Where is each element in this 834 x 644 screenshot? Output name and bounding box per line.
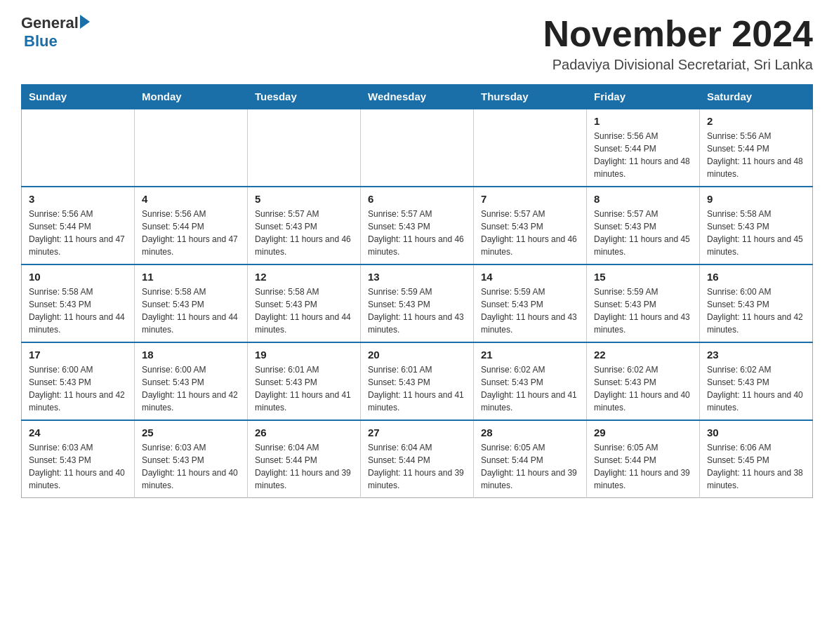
day-number: 17 [29,349,127,361]
day-info: Sunrise: 6:01 AM Sunset: 5:43 PM Dayligh… [255,363,353,414]
calendar-cell: 29Sunrise: 6:05 AM Sunset: 5:44 PM Dayli… [587,420,700,498]
day-number: 3 [29,193,127,205]
calendar-cell: 10Sunrise: 5:58 AM Sunset: 5:43 PM Dayli… [22,264,135,342]
calendar-header-monday: Monday [135,85,248,109]
day-number: 28 [481,427,579,438]
calendar-cell: 30Sunrise: 6:06 AM Sunset: 5:45 PM Dayli… [700,420,813,498]
day-info: Sunrise: 6:02 AM Sunset: 5:43 PM Dayligh… [594,363,692,414]
day-info: Sunrise: 6:02 AM Sunset: 5:43 PM Dayligh… [707,363,805,414]
calendar-header-wednesday: Wednesday [361,85,474,109]
calendar-cell: 9Sunrise: 5:58 AM Sunset: 5:43 PM Daylig… [700,187,813,264]
day-number: 6 [368,193,466,205]
day-number: 22 [594,349,692,361]
day-number: 25 [142,427,240,438]
day-info: Sunrise: 5:58 AM Sunset: 5:43 PM Dayligh… [29,286,127,336]
day-number: 19 [255,349,353,361]
calendar-header-saturday: Saturday [700,85,813,109]
day-info: Sunrise: 5:56 AM Sunset: 5:44 PM Dayligh… [707,130,805,180]
calendar-cell [474,109,587,187]
day-number: 30 [707,427,805,438]
day-number: 8 [594,193,692,205]
day-info: Sunrise: 5:59 AM Sunset: 5:43 PM Dayligh… [594,286,692,336]
day-number: 5 [255,193,353,205]
day-number: 18 [142,349,240,361]
day-info: Sunrise: 6:00 AM Sunset: 5:43 PM Dayligh… [142,363,240,414]
calendar-cell: 1Sunrise: 5:56 AM Sunset: 5:44 PM Daylig… [587,109,700,187]
calendar-cell [248,109,361,187]
calendar-cell [22,109,135,187]
logo-general-text: General [21,14,79,32]
calendar-cell: 23Sunrise: 6:02 AM Sunset: 5:43 PM Dayli… [700,342,813,420]
calendar-week-row: 1Sunrise: 5:56 AM Sunset: 5:44 PM Daylig… [22,109,813,187]
calendar-cell: 8Sunrise: 5:57 AM Sunset: 5:43 PM Daylig… [587,187,700,264]
title-area: November 2024 Padaviya Divisional Secret… [543,14,813,73]
day-info: Sunrise: 5:59 AM Sunset: 5:43 PM Dayligh… [481,286,579,336]
calendar-cell: 26Sunrise: 6:04 AM Sunset: 5:44 PM Dayli… [248,420,361,498]
calendar-cell [135,109,248,187]
day-info: Sunrise: 6:05 AM Sunset: 5:44 PM Dayligh… [594,441,692,492]
logo: General Blue [21,14,90,51]
calendar-cell: 15Sunrise: 5:59 AM Sunset: 5:43 PM Dayli… [587,264,700,342]
day-info: Sunrise: 5:57 AM Sunset: 5:43 PM Dayligh… [255,208,353,258]
day-number: 7 [481,193,579,205]
calendar-cell: 5Sunrise: 5:57 AM Sunset: 5:43 PM Daylig… [248,187,361,264]
calendar-cell: 24Sunrise: 6:03 AM Sunset: 5:43 PM Dayli… [22,420,135,498]
day-info: Sunrise: 6:00 AM Sunset: 5:43 PM Dayligh… [29,363,127,414]
day-info: Sunrise: 6:00 AM Sunset: 5:43 PM Dayligh… [707,286,805,336]
calendar-week-row: 3Sunrise: 5:56 AM Sunset: 5:44 PM Daylig… [22,187,813,264]
day-number: 24 [29,427,127,438]
day-info: Sunrise: 5:56 AM Sunset: 5:44 PM Dayligh… [142,208,240,258]
calendar-header-friday: Friday [587,85,700,109]
day-info: Sunrise: 6:03 AM Sunset: 5:43 PM Dayligh… [29,441,127,492]
calendar-cell: 3Sunrise: 5:56 AM Sunset: 5:44 PM Daylig… [22,187,135,264]
calendar-cell: 17Sunrise: 6:00 AM Sunset: 5:43 PM Dayli… [22,342,135,420]
day-number: 21 [481,349,579,361]
calendar-cell: 20Sunrise: 6:01 AM Sunset: 5:43 PM Dayli… [361,342,474,420]
calendar-cell: 14Sunrise: 5:59 AM Sunset: 5:43 PM Dayli… [474,264,587,342]
day-info: Sunrise: 6:04 AM Sunset: 5:44 PM Dayligh… [255,441,353,492]
day-number: 10 [29,271,127,283]
calendar-cell: 7Sunrise: 5:57 AM Sunset: 5:43 PM Daylig… [474,187,587,264]
month-title: November 2024 [543,14,813,54]
day-number: 13 [368,271,466,283]
logo-blue-text: Blue [24,32,58,51]
calendar-header-row: SundayMondayTuesdayWednesdayThursdayFrid… [22,85,813,109]
day-number: 11 [142,271,240,283]
calendar-cell [361,109,474,187]
calendar-cell: 6Sunrise: 5:57 AM Sunset: 5:43 PM Daylig… [361,187,474,264]
day-info: Sunrise: 5:56 AM Sunset: 5:44 PM Dayligh… [29,208,127,258]
calendar-header-tuesday: Tuesday [248,85,361,109]
day-info: Sunrise: 5:57 AM Sunset: 5:43 PM Dayligh… [368,208,466,258]
calendar-cell: 27Sunrise: 6:04 AM Sunset: 5:44 PM Dayli… [361,420,474,498]
day-info: Sunrise: 6:01 AM Sunset: 5:43 PM Dayligh… [368,363,466,414]
calendar-cell: 11Sunrise: 5:58 AM Sunset: 5:43 PM Dayli… [135,264,248,342]
day-info: Sunrise: 6:02 AM Sunset: 5:43 PM Dayligh… [481,363,579,414]
day-info: Sunrise: 5:58 AM Sunset: 5:43 PM Dayligh… [142,286,240,336]
calendar-cell: 19Sunrise: 6:01 AM Sunset: 5:43 PM Dayli… [248,342,361,420]
day-number: 9 [707,193,805,205]
calendar-cell: 4Sunrise: 5:56 AM Sunset: 5:44 PM Daylig… [135,187,248,264]
calendar-cell: 22Sunrise: 6:02 AM Sunset: 5:43 PM Dayli… [587,342,700,420]
calendar-header-sunday: Sunday [22,85,135,109]
day-number: 26 [255,427,353,438]
calendar-cell: 25Sunrise: 6:03 AM Sunset: 5:43 PM Dayli… [135,420,248,498]
day-info: Sunrise: 5:57 AM Sunset: 5:43 PM Dayligh… [481,208,579,258]
day-number: 4 [142,193,240,205]
subtitle: Padaviya Divisional Secretariat, Sri Lan… [543,57,813,73]
logo-arrow-icon [80,15,90,29]
day-number: 12 [255,271,353,283]
day-number: 27 [368,427,466,438]
calendar-cell: 2Sunrise: 5:56 AM Sunset: 5:44 PM Daylig… [700,109,813,187]
day-info: Sunrise: 6:04 AM Sunset: 5:44 PM Dayligh… [368,441,466,492]
calendar-table: SundayMondayTuesdayWednesdayThursdayFrid… [21,84,813,498]
day-number: 2 [707,115,805,127]
calendar-cell: 12Sunrise: 5:58 AM Sunset: 5:43 PM Dayli… [248,264,361,342]
day-number: 15 [594,271,692,283]
day-info: Sunrise: 6:05 AM Sunset: 5:44 PM Dayligh… [481,441,579,492]
day-number: 29 [594,427,692,438]
day-info: Sunrise: 5:58 AM Sunset: 5:43 PM Dayligh… [255,286,353,336]
calendar-cell: 21Sunrise: 6:02 AM Sunset: 5:43 PM Dayli… [474,342,587,420]
calendar-cell: 18Sunrise: 6:00 AM Sunset: 5:43 PM Dayli… [135,342,248,420]
day-number: 14 [481,271,579,283]
day-number: 20 [368,349,466,361]
